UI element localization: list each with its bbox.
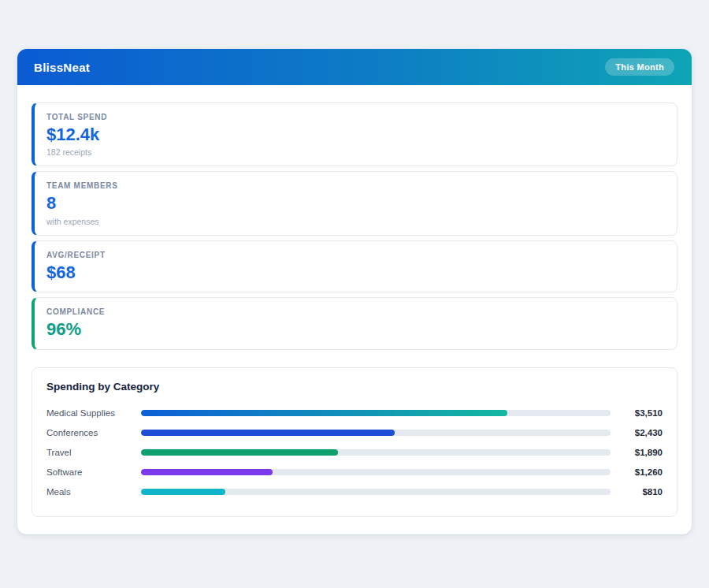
amount-label: $810: [611, 487, 663, 497]
bar-fill: [141, 430, 395, 436]
amount-label: $2,430: [611, 428, 663, 437]
bar-track: [141, 469, 611, 475]
dashboard-card: BlissNeat This Month TOTAL SPEND $12.4k …: [17, 49, 692, 534]
stat-label: COMPLIANCE: [46, 307, 663, 316]
category-label: Conferences: [46, 428, 141, 437]
stat-value: $68: [46, 262, 663, 283]
spending-panel-title: Spending by Category: [46, 381, 663, 393]
bar-fill: [141, 489, 225, 495]
bar-track: [141, 489, 611, 495]
category-label: Travel: [46, 448, 141, 457]
app-body: TOTAL SPEND $12.4k 182 receipts TEAM MEM…: [17, 85, 692, 534]
period-badge[interactable]: This Month: [605, 58, 674, 76]
stat-subtext: 182 receipts: [46, 147, 663, 157]
stat-value: $12.4k: [46, 125, 663, 145]
spend-row-meals: Meals $810: [46, 482, 663, 502]
category-label: Medical Supplies: [46, 408, 141, 418]
stat-card-total-spend: TOTAL SPEND $12.4k 182 receipts: [32, 102, 677, 166]
stat-value: 8: [46, 193, 663, 214]
app-header: BlissNeat This Month: [17, 49, 692, 85]
stat-card-compliance: COMPLIANCE 96%: [32, 297, 677, 349]
spend-row-software: Software $1,260: [46, 463, 663, 482]
bar-fill: [141, 410, 507, 416]
stat-label: TOTAL SPEND: [46, 113, 663, 121]
app-title: BlissNeat: [34, 61, 90, 74]
bar-track: [141, 449, 611, 456]
stat-label: AVG/RECEIPT: [46, 251, 663, 259]
bar-track: [141, 410, 611, 416]
amount-label: $1,890: [611, 448, 663, 457]
spending-by-category-panel: Spending by Category Medical Supplies $3…: [32, 367, 677, 517]
stat-card-team-members: TEAM MEMBERS 8 with expenses: [32, 171, 677, 235]
stat-value: 96%: [46, 319, 663, 340]
category-label: Software: [46, 467, 141, 477]
bar-fill: [141, 469, 273, 475]
amount-label: $3,510: [611, 408, 663, 418]
spend-row-medical-supplies: Medical Supplies $3,510: [46, 404, 663, 423]
stat-card-avg-receipt: AVG/RECEIPT $68: [32, 240, 677, 292]
amount-label: $1,260: [611, 467, 663, 477]
category-label: Meals: [46, 487, 141, 497]
stat-subtext: with expenses: [46, 217, 663, 226]
stat-label: TEAM MEMBERS: [46, 181, 663, 190]
spend-row-conferences: Conferences $2,430: [46, 423, 663, 443]
spend-row-travel: Travel $1,890: [46, 443, 663, 463]
bar-track: [141, 430, 611, 436]
bar-fill: [141, 449, 338, 456]
